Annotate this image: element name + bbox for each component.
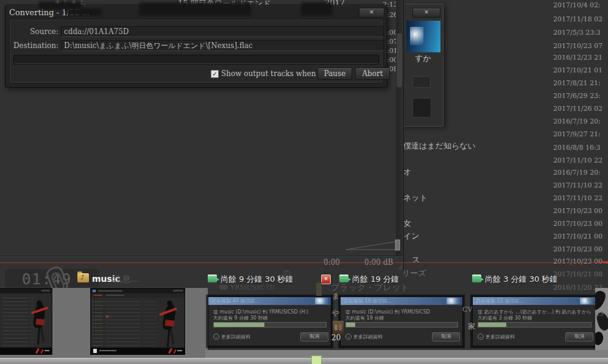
check-icon: ✓ (212, 71, 217, 77)
side-dialog-close-button[interactable]: ✕ (412, 8, 440, 18)
cancel-button[interactable]: 取消 (432, 332, 460, 341)
converting-inner-panel: Source: cdda://01A1A75D Destination: D:\… (9, 19, 383, 83)
windows-flag-glow (315, 298, 328, 304)
thumb-statusbar (0, 348, 52, 354)
copy-titlebar: 正在複製 15 個項目... (473, 297, 596, 305)
bg-track-fragment: ネット (403, 192, 428, 203)
bg-date-row: 2017/10/23 00 (553, 245, 603, 253)
converting-close-button[interactable]: ✕ (359, 8, 384, 18)
thumb-titlebar (0, 289, 52, 293)
bg-date-row: 2017/11/18 02 (553, 15, 603, 23)
more-details-link[interactable]: 更多詳細資料 (353, 334, 383, 340)
cancel-button[interactable]: 取消 (565, 332, 593, 341)
source-field[interactable]: cdda://01A1A75D (61, 26, 384, 37)
pause-button[interactable]: Pause (317, 68, 352, 80)
dim-corner-fragment: 23 (596, 310, 604, 317)
bg-track-fragment: 僕達はまだ知らない (403, 141, 476, 152)
file-list-rows (2, 296, 28, 348)
scrollbar-thumb[interactable] (397, 33, 402, 87)
copy-titlebar: 正在複製 16 個項目... (341, 297, 462, 305)
bg-date-row: 2017/10/4 02: (553, 1, 601, 9)
flyout-background (52, 288, 90, 358)
copy-dialog-thumbnail[interactable]: 正在複製 40 個項目... 從 music (D:\music) 到 YRMU… (208, 296, 331, 346)
bg-date-row: 2016/7/19 20: (553, 117, 601, 125)
accent-line (0, 262, 608, 263)
bg-date-row: 2017/6/29 23: (553, 92, 601, 100)
panel-divider-highlight (0, 256, 403, 257)
abort-button[interactable]: Abort (355, 68, 390, 80)
bg-date-row: 2017/11/10 22 (553, 181, 603, 189)
destination-label: Destination: (10, 41, 58, 50)
source-label: Source: (10, 27, 58, 36)
censored-text (301, 2, 333, 16)
bg-track-fragment: イン (403, 231, 420, 242)
mini-album-art (333, 321, 344, 335)
bg-date-row: 2017/11/10 22 (553, 194, 603, 202)
copy-remaining: 大約還有 9 分鐘 30 秒鐘 (213, 315, 327, 321)
side-dialog-button[interactable] (412, 76, 431, 88)
thumb-statusbar (91, 348, 185, 354)
resize-grip[interactable] (395, 262, 403, 270)
converting-dialog: Converting - 1/16 ... ✕ Source: cdda://0… (5, 5, 387, 88)
bg-date-row: 2017/10/21 00 (553, 233, 603, 240)
playlist-scrollbar[interactable] (396, 0, 403, 256)
bg-track-fragment: オ (403, 167, 411, 178)
copy-title: 正在複製 16 個項目... (341, 297, 462, 305)
taskbar-strip[interactable] (0, 358, 608, 364)
copy-title: 正在複製 15 個項目... (473, 297, 596, 305)
bg-date-row: 2017/10/23 07 (553, 42, 603, 50)
details-expander-icon[interactable]: ⌄ (213, 334, 219, 340)
windows-flag-glow (447, 298, 460, 304)
anime-figure (30, 301, 51, 346)
bg-date-row: 2017/10/21 08 (553, 270, 603, 278)
bg-date-row: 2016/7/19 20: (553, 169, 601, 177)
bg-date-row: 2017/9/27 21: (553, 130, 601, 138)
music-note-icon: ♪ (80, 274, 84, 281)
copy-job-label[interactable]: 尚餘 9 分鐘 30 秒鐘 (221, 274, 293, 285)
details-expander-icon[interactable]: ⌄ (345, 334, 352, 340)
thumb-toolbar (91, 293, 185, 298)
more-details-link[interactable]: 更多詳細資料 (221, 334, 250, 340)
red-file-marker (106, 315, 108, 318)
bg-date-row: 2017/10/23 00 (553, 207, 603, 215)
censored-text (67, 9, 102, 16)
bg-date-row: 2017/10/23 00 (553, 220, 603, 228)
folder-icon: ♪ (77, 273, 89, 282)
more-details-link[interactable]: 更多詳細資料 (486, 334, 515, 340)
copy-job-label[interactable]: 尚餘 19 分鐘 (352, 274, 399, 285)
cancel-button[interactable]: 取消 (300, 332, 328, 341)
player-window: まふまふ 15 明日色ワールドエンド 2017 2:13 3:26 5:00 2… (0, 0, 404, 271)
copy-icon (339, 275, 348, 282)
bg-date-row: 2017/11/10 22 (553, 156, 603, 164)
taskbar-highlight-square[interactable] (311, 355, 322, 364)
copy-dialog-thumbnail[interactable]: 正在複製 16 個項目... 從 music (D:\music) 到 YRMU… (340, 296, 463, 346)
details-expander-icon[interactable]: ⌄ (478, 334, 484, 340)
copy-titlebar: 正在複製 40 個項目... (208, 297, 331, 305)
dim-fragment: ま (332, 291, 339, 301)
copy-dialog-thumbnail[interactable]: 正在複製 15 個項目... 從 凪のあすから …(凪のあすか…) 到 凪のあす… (472, 296, 596, 346)
copy-remaining: 大約還有 19 分鐘 (345, 315, 458, 321)
dim-corner-fragment: 06 (587, 296, 595, 303)
bg-track-fragment: 女 (403, 218, 411, 229)
side-dialog-button[interactable] (412, 98, 431, 117)
bg-date-row: 2016/8/8 16:3 (553, 144, 601, 152)
drive-icon (219, 285, 228, 290)
bg-track-fragment: リーズ (402, 268, 426, 279)
dim-fragment: 20 (331, 334, 341, 342)
flyout-background (205, 350, 608, 358)
screen: 2017/10/4 02: 2017/11/18 02 2017/5/3 23:… (0, 0, 608, 364)
explorer-thumbnail[interactable] (0, 288, 52, 355)
olive-strip (316, 282, 322, 296)
copy-remaining: 大約還有 3 分鐘 30 秒鐘 (478, 315, 592, 321)
explorer-thumbnail[interactable] (90, 288, 185, 355)
close-icon: ✕ (424, 9, 429, 15)
copy-icon (472, 275, 481, 282)
copy-job-label[interactable]: 尚餘 3 分鐘 30 秒鐘 (485, 274, 557, 285)
anime-figure (159, 299, 182, 348)
thumbnail-close-button[interactable]: ✕ (321, 275, 331, 284)
volume-slider[interactable] (345, 239, 402, 251)
show-output-checkbox[interactable]: ✓ (211, 70, 219, 78)
copy-progress-bar (213, 322, 327, 327)
destination-field[interactable]: D:\music\まふまふ\明日色ワールドエンド\[Nexus].flac (61, 40, 384, 51)
anime-image-sliver (595, 288, 608, 350)
